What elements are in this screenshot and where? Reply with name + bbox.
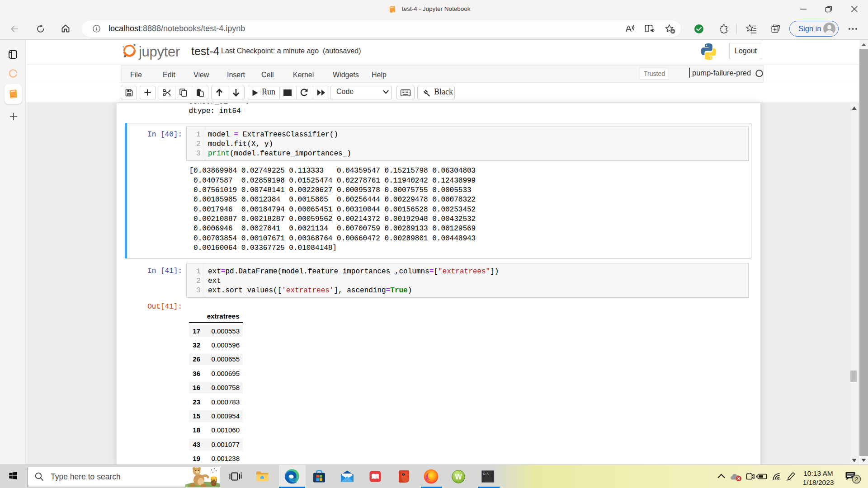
svg-text:W: W	[455, 473, 462, 481]
svg-text:C:\_: C:\_	[483, 472, 491, 476]
svg-text:2: 2	[855, 476, 858, 483]
